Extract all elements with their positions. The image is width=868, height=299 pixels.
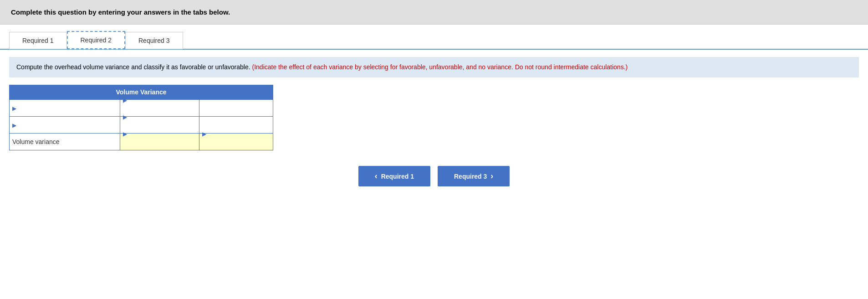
variance-table: ▶ ▶ ▶ ▶ — [9, 99, 273, 150]
row3-label: Volume variance — [10, 134, 120, 150]
row3-input2[interactable]: ▶ — [199, 134, 273, 150]
instruction-bar: Complete this question by entering your … — [0, 0, 868, 25]
content-area: Compute the overhead volume variance and… — [0, 49, 868, 198]
arrow-icon-2: ▶ — [123, 97, 127, 103]
tab-required3[interactable]: Required 3 — [125, 32, 183, 49]
arrow-icon-5: ▶ — [123, 131, 127, 137]
row1-input2 — [199, 100, 273, 117]
next-button-label: Required 3 — [454, 173, 487, 180]
instruction-text: Complete this question by entering your … — [11, 8, 230, 16]
row3-input1[interactable]: ▶ — [120, 134, 199, 150]
table-row: ▶ ▶ — [10, 117, 273, 134]
table-header: Volume Variance — [9, 85, 273, 99]
question-instruction: Compute the overhead volume variance and… — [9, 57, 859, 77]
row2-label: ▶ — [10, 117, 120, 134]
next-button[interactable]: Required 3 — [438, 166, 510, 186]
row2-input2 — [199, 117, 273, 134]
prev-button-label: Required 1 — [381, 173, 414, 180]
arrow-icon-6: ▶ — [202, 131, 206, 137]
question-red-text: (Indicate the effect of each variance by… — [252, 63, 628, 71]
nav-buttons: Required 1 Required 3 — [9, 161, 859, 191]
row1-label: ▶ — [10, 100, 120, 117]
tabs-container: Required 1 Required 2 Required 3 — [9, 31, 859, 49]
row2-input1[interactable]: ▶ — [120, 117, 199, 134]
prev-button[interactable]: Required 1 — [358, 166, 430, 186]
arrow-icon-4: ▶ — [123, 114, 127, 120]
tab-required1[interactable]: Required 1 — [9, 32, 67, 49]
arrow-icon-3: ▶ — [12, 122, 16, 129]
question-main-text: Compute the overhead volume variance and… — [16, 63, 250, 71]
row3-input2-field[interactable] — [202, 137, 270, 154]
table-wrapper: Volume Variance ▶ ▶ — [9, 85, 273, 150]
table-row: ▶ ▶ — [10, 100, 273, 117]
tabs-area: Required 1 Required 2 Required 3 — [0, 25, 868, 49]
chevron-right-icon — [490, 171, 493, 181]
chevron-left-icon — [375, 171, 378, 181]
tab-required2[interactable]: Required 2 — [67, 31, 126, 49]
arrow-icon-1: ▶ — [12, 105, 16, 112]
row1-input1[interactable]: ▶ — [120, 100, 199, 117]
page-wrapper: Complete this question by entering your … — [0, 0, 868, 299]
row3-input1-field[interactable] — [123, 137, 196, 154]
volume-variance-label: Volume variance — [12, 138, 60, 145]
table-row-volume: Volume variance ▶ ▶ — [10, 134, 273, 150]
